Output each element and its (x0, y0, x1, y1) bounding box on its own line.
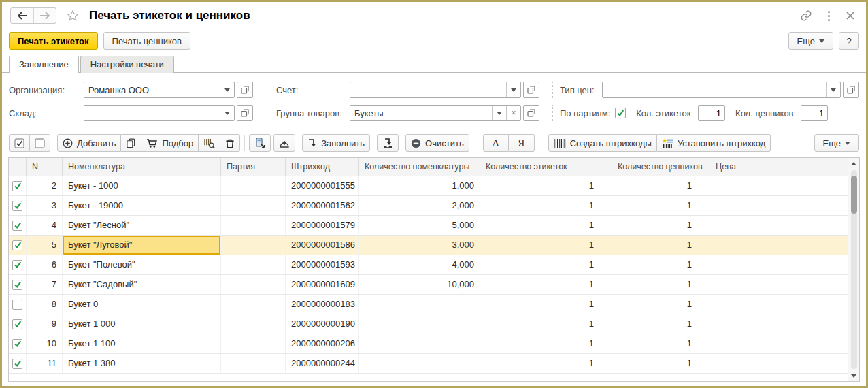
row-checkbox[interactable] (9, 314, 27, 334)
table-row[interactable]: 9Букет 1 000200000000019011 (9, 314, 848, 334)
cell-tags-count[interactable]: 1 (612, 354, 710, 373)
cell-barcode[interactable]: 2000000001593 (286, 255, 359, 274)
cell-nomenclature[interactable]: Букет "Садовый" (63, 275, 221, 294)
cell-quantity[interactable]: 3,000 (359, 236, 480, 255)
cell-nomenclature[interactable]: Букет "Лесной" (63, 216, 221, 235)
cell-quantity[interactable] (359, 334, 480, 353)
barcode-search-button[interactable] (199, 134, 220, 152)
header-price[interactable]: Цена (710, 158, 848, 176)
cell-batch[interactable] (221, 295, 286, 314)
unselect-all-button[interactable] (30, 134, 50, 152)
cell-quantity[interactable] (359, 354, 480, 373)
cell-price[interactable] (710, 354, 848, 373)
cell-price[interactable] (710, 334, 848, 353)
copy-row-button[interactable] (121, 134, 141, 152)
scrollbar-thumb[interactable] (851, 176, 857, 214)
cell-batch[interactable] (221, 334, 286, 353)
cell-barcode[interactable]: 2000000000244 (286, 354, 359, 373)
cell-tags-count[interactable]: 1 (612, 314, 710, 334)
cell-tags-count[interactable]: 1 (612, 236, 710, 255)
tab-fill[interactable]: Заполнение (9, 56, 79, 73)
cell-price[interactable] (710, 275, 848, 294)
warehouse-open-button[interactable] (237, 105, 253, 121)
header-quantity[interactable]: Количество номенклатуры (359, 158, 480, 176)
table-row[interactable]: 6Букет "Полевой"20000000015934,00011 (9, 255, 848, 275)
product-group-dropdown-button[interactable] (492, 106, 506, 120)
cell-batch[interactable] (221, 216, 286, 235)
cell-labels-count[interactable]: 1 (480, 196, 612, 215)
cell-tags-count[interactable]: 1 (612, 275, 710, 294)
cell-batch[interactable] (221, 236, 286, 255)
cell-barcode[interactable]: 2000000001555 (286, 176, 359, 195)
terminal-export-button[interactable] (249, 134, 271, 152)
labels-count-input[interactable] (698, 105, 725, 121)
close-icon[interactable] (846, 11, 855, 20)
row-checkbox[interactable] (9, 196, 27, 215)
price-type-input[interactable] (603, 82, 826, 97)
account-input[interactable] (350, 82, 506, 97)
product-group-clear-button[interactable]: × (506, 106, 520, 120)
cell-labels-count[interactable]: 1 (480, 275, 612, 294)
cell-batch[interactable] (221, 314, 286, 334)
cell-n[interactable]: 9 (27, 314, 63, 334)
cell-labels-count[interactable]: 1 (480, 295, 612, 314)
cell-price[interactable] (710, 216, 848, 235)
sort-asc-button[interactable]: А (483, 134, 509, 152)
more-button-table[interactable]: Еще (814, 134, 859, 152)
cell-quantity[interactable]: 2,000 (359, 196, 480, 215)
favorite-star-icon[interactable] (66, 9, 80, 22)
scroll-down-button[interactable] (848, 370, 859, 381)
cell-nomenclature[interactable]: Букет 1 380 (63, 354, 221, 373)
forward-button[interactable] (33, 8, 56, 23)
cell-tags-count[interactable]: 1 (612, 295, 710, 314)
cell-batch[interactable] (221, 275, 286, 294)
pick-items-button[interactable]: Подбор (141, 134, 199, 152)
table-row[interactable]: 10Букет 1 100200000000020611 (9, 334, 848, 354)
print-labels-button[interactable]: Печать этикеток (9, 32, 98, 50)
cell-barcode[interactable]: 2000000000183 (286, 295, 359, 314)
warehouse-dropdown-button[interactable] (220, 106, 234, 120)
account-open-button[interactable] (523, 82, 539, 98)
header-batch[interactable]: Партия (221, 158, 286, 176)
scrollbar-track[interactable] (851, 170, 857, 369)
fill-button[interactable]: Заполнить (302, 134, 370, 152)
tab-print-settings[interactable]: Настройки печати (80, 56, 174, 73)
row-checkbox[interactable] (9, 236, 27, 255)
cell-labels-count[interactable]: 1 (480, 176, 612, 195)
print-price-tags-button[interactable]: Печать ценников (103, 32, 190, 50)
cell-barcode[interactable]: 2000000001562 (286, 196, 359, 215)
cell-n[interactable]: 8 (27, 295, 63, 314)
product-group-input[interactable] (350, 106, 492, 120)
header-nomenclature[interactable]: Номенклатура (63, 158, 221, 176)
cell-tags-count[interactable]: 1 (612, 176, 710, 195)
cell-n[interactable]: 10 (27, 334, 63, 353)
cell-n[interactable]: 3 (27, 196, 63, 215)
cell-labels-count[interactable]: 1 (480, 354, 612, 373)
row-checkbox[interactable] (9, 176, 27, 195)
cell-tags-count[interactable]: 1 (612, 216, 710, 235)
header-checkbox-column[interactable] (9, 158, 27, 176)
table-row[interactable]: 7Букет "Садовый"200000000160910,00011 (9, 275, 848, 295)
header-n[interactable]: N (27, 158, 63, 176)
help-button[interactable]: ? (839, 32, 859, 50)
cell-n[interactable]: 7 (27, 275, 63, 294)
table-row[interactable]: 2Букет - 100020000000015551,00011 (9, 176, 848, 196)
cell-price[interactable] (710, 236, 848, 255)
cell-quantity[interactable] (359, 295, 480, 314)
scroll-up-button[interactable] (848, 158, 859, 169)
cell-barcode[interactable]: 2000000000206 (286, 334, 359, 353)
cell-quantity[interactable]: 5,000 (359, 216, 480, 235)
row-checkbox[interactable] (9, 255, 27, 274)
cell-nomenclature[interactable]: Букет - 19000 (63, 196, 221, 215)
cell-nomenclature[interactable]: Букет 1 000 (63, 314, 221, 334)
table-row[interactable]: 3Букет - 1900020000000015622,00011 (9, 196, 848, 216)
cell-tags-count[interactable]: 1 (612, 255, 710, 274)
cell-n[interactable]: 5 (27, 236, 63, 255)
table-row[interactable]: 11Букет 1 380200000000024411 (9, 354, 848, 374)
cell-price[interactable] (710, 255, 848, 274)
delete-row-button[interactable] (220, 134, 240, 152)
clear-button[interactable]: Очистить (405, 134, 469, 152)
sort-desc-button[interactable]: Я (509, 134, 535, 152)
account-dropdown-button[interactable] (506, 82, 520, 97)
organization-dropdown-button[interactable] (220, 82, 234, 97)
